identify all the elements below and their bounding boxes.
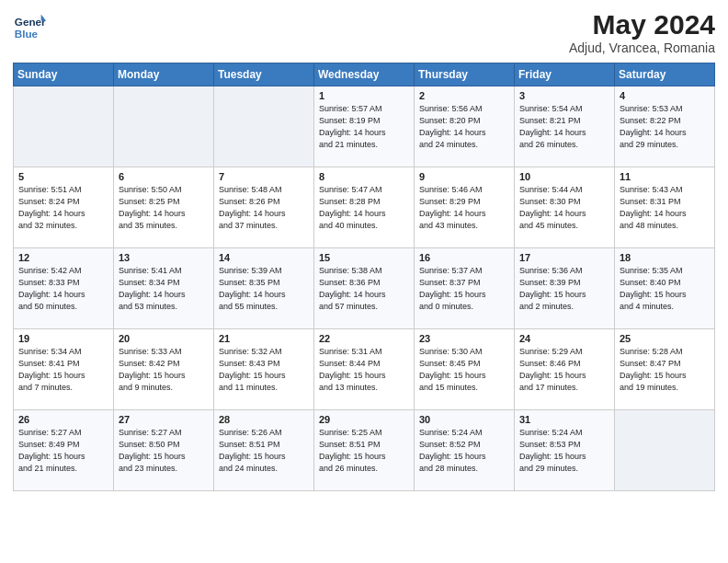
table-row xyxy=(214,86,314,167)
day-number: 29 xyxy=(319,414,409,425)
day-info: Sunrise: 5:41 AM Sunset: 8:34 PM Dayligh… xyxy=(119,265,209,313)
day-info: Sunrise: 5:29 AM Sunset: 8:46 PM Dayligh… xyxy=(519,346,609,394)
day-info: Sunrise: 5:38 AM Sunset: 8:36 PM Dayligh… xyxy=(319,265,409,313)
day-info: Sunrise: 5:26 AM Sunset: 8:51 PM Dayligh… xyxy=(219,427,309,475)
table-row: 13Sunrise: 5:41 AM Sunset: 8:34 PM Dayli… xyxy=(114,248,214,329)
table-row: 17Sunrise: 5:36 AM Sunset: 8:39 PM Dayli… xyxy=(515,248,615,329)
day-info: Sunrise: 5:24 AM Sunset: 8:52 PM Dayligh… xyxy=(419,427,509,475)
table-row: 21Sunrise: 5:32 AM Sunset: 8:43 PM Dayli… xyxy=(214,329,314,410)
day-info: Sunrise: 5:54 AM Sunset: 8:21 PM Dayligh… xyxy=(519,103,609,151)
day-number: 3 xyxy=(519,90,609,101)
day-number: 11 xyxy=(620,171,710,182)
table-row: 24Sunrise: 5:29 AM Sunset: 8:46 PM Dayli… xyxy=(515,329,615,410)
calendar-body: 1Sunrise: 5:57 AM Sunset: 8:19 PM Daylig… xyxy=(14,86,715,491)
day-info: Sunrise: 5:37 AM Sunset: 8:37 PM Dayligh… xyxy=(419,265,509,313)
day-info: Sunrise: 5:42 AM Sunset: 8:33 PM Dayligh… xyxy=(18,265,108,313)
day-number: 4 xyxy=(620,90,710,101)
day-info: Sunrise: 5:34 AM Sunset: 8:41 PM Dayligh… xyxy=(18,346,108,394)
col-wednesday: Wednesday xyxy=(314,63,415,86)
table-row: 29Sunrise: 5:25 AM Sunset: 8:51 PM Dayli… xyxy=(314,410,415,491)
table-row: 3Sunrise: 5:54 AM Sunset: 8:21 PM Daylig… xyxy=(515,86,615,167)
day-number: 15 xyxy=(319,252,409,263)
week-row-3: 19Sunrise: 5:34 AM Sunset: 8:41 PM Dayli… xyxy=(14,329,715,410)
table-row: 4Sunrise: 5:53 AM Sunset: 8:22 PM Daylig… xyxy=(615,86,715,167)
day-number: 26 xyxy=(18,414,108,425)
logo: General Blue xyxy=(13,9,46,42)
col-friday: Friday xyxy=(515,63,615,86)
day-number: 14 xyxy=(219,252,309,263)
location-title: Adjud, Vrancea, Romania xyxy=(569,40,715,55)
table-row xyxy=(114,86,214,167)
table-row: 14Sunrise: 5:39 AM Sunset: 8:35 PM Dayli… xyxy=(214,248,314,329)
month-title: May 2024 xyxy=(569,9,715,40)
day-info: Sunrise: 5:35 AM Sunset: 8:40 PM Dayligh… xyxy=(620,265,710,313)
day-number: 21 xyxy=(219,333,309,344)
calendar-table: Sunday Monday Tuesday Wednesday Thursday… xyxy=(13,63,715,491)
day-number: 25 xyxy=(620,333,710,344)
day-number: 19 xyxy=(18,333,108,344)
day-number: 2 xyxy=(419,90,509,101)
table-row: 15Sunrise: 5:38 AM Sunset: 8:36 PM Dayli… xyxy=(314,248,415,329)
table-row: 25Sunrise: 5:28 AM Sunset: 8:47 PM Dayli… xyxy=(615,329,715,410)
col-sunday: Sunday xyxy=(14,63,114,86)
day-info: Sunrise: 5:44 AM Sunset: 8:30 PM Dayligh… xyxy=(519,184,609,232)
header: General Blue May 2024 Adjud, Vrancea, Ro… xyxy=(13,9,715,55)
day-number: 7 xyxy=(219,171,309,182)
col-tuesday: Tuesday xyxy=(214,63,314,86)
table-row: 23Sunrise: 5:30 AM Sunset: 8:45 PM Dayli… xyxy=(415,329,515,410)
table-row: 16Sunrise: 5:37 AM Sunset: 8:37 PM Dayli… xyxy=(415,248,515,329)
day-number: 27 xyxy=(119,414,209,425)
day-number: 9 xyxy=(419,171,509,182)
header-row: Sunday Monday Tuesday Wednesday Thursday… xyxy=(14,63,715,86)
day-info: Sunrise: 5:51 AM Sunset: 8:24 PM Dayligh… xyxy=(18,184,108,232)
day-info: Sunrise: 5:48 AM Sunset: 8:26 PM Dayligh… xyxy=(219,184,309,232)
day-info: Sunrise: 5:46 AM Sunset: 8:29 PM Dayligh… xyxy=(419,184,509,232)
table-row: 26Sunrise: 5:27 AM Sunset: 8:49 PM Dayli… xyxy=(14,410,114,491)
table-row: 18Sunrise: 5:35 AM Sunset: 8:40 PM Dayli… xyxy=(615,248,715,329)
table-row: 12Sunrise: 5:42 AM Sunset: 8:33 PM Dayli… xyxy=(14,248,114,329)
day-info: Sunrise: 5:43 AM Sunset: 8:31 PM Dayligh… xyxy=(620,184,710,232)
col-monday: Monday xyxy=(114,63,214,86)
table-row: 11Sunrise: 5:43 AM Sunset: 8:31 PM Dayli… xyxy=(615,167,715,248)
week-row-1: 5Sunrise: 5:51 AM Sunset: 8:24 PM Daylig… xyxy=(14,167,715,248)
day-number: 24 xyxy=(519,333,609,344)
table-row xyxy=(14,86,114,167)
day-info: Sunrise: 5:27 AM Sunset: 8:49 PM Dayligh… xyxy=(18,427,108,475)
day-number: 16 xyxy=(419,252,509,263)
table-row xyxy=(615,410,715,491)
table-row: 19Sunrise: 5:34 AM Sunset: 8:41 PM Dayli… xyxy=(14,329,114,410)
col-saturday: Saturday xyxy=(615,63,715,86)
day-number: 6 xyxy=(119,171,209,182)
day-info: Sunrise: 5:36 AM Sunset: 8:39 PM Dayligh… xyxy=(519,265,609,313)
table-row: 9Sunrise: 5:46 AM Sunset: 8:29 PM Daylig… xyxy=(415,167,515,248)
table-row: 20Sunrise: 5:33 AM Sunset: 8:42 PM Dayli… xyxy=(114,329,214,410)
day-info: Sunrise: 5:27 AM Sunset: 8:50 PM Dayligh… xyxy=(119,427,209,475)
day-info: Sunrise: 5:47 AM Sunset: 8:28 PM Dayligh… xyxy=(319,184,409,232)
page: General Blue May 2024 Adjud, Vrancea, Ro… xyxy=(0,0,728,563)
table-row: 28Sunrise: 5:26 AM Sunset: 8:51 PM Dayli… xyxy=(214,410,314,491)
day-info: Sunrise: 5:24 AM Sunset: 8:53 PM Dayligh… xyxy=(519,427,609,475)
day-info: Sunrise: 5:30 AM Sunset: 8:45 PM Dayligh… xyxy=(419,346,509,394)
day-number: 30 xyxy=(419,414,509,425)
day-info: Sunrise: 5:56 AM Sunset: 8:20 PM Dayligh… xyxy=(419,103,509,151)
table-row: 22Sunrise: 5:31 AM Sunset: 8:44 PM Dayli… xyxy=(314,329,415,410)
week-row-4: 26Sunrise: 5:27 AM Sunset: 8:49 PM Dayli… xyxy=(14,410,715,491)
day-info: Sunrise: 5:39 AM Sunset: 8:35 PM Dayligh… xyxy=(219,265,309,313)
day-number: 8 xyxy=(319,171,409,182)
day-number: 5 xyxy=(18,171,108,182)
day-info: Sunrise: 5:57 AM Sunset: 8:19 PM Dayligh… xyxy=(319,103,409,151)
table-row: 2Sunrise: 5:56 AM Sunset: 8:20 PM Daylig… xyxy=(415,86,515,167)
day-number: 22 xyxy=(319,333,409,344)
table-row: 1Sunrise: 5:57 AM Sunset: 8:19 PM Daylig… xyxy=(314,86,415,167)
table-row: 5Sunrise: 5:51 AM Sunset: 8:24 PM Daylig… xyxy=(14,167,114,248)
day-number: 10 xyxy=(519,171,609,182)
day-info: Sunrise: 5:25 AM Sunset: 8:51 PM Dayligh… xyxy=(319,427,409,475)
table-row: 7Sunrise: 5:48 AM Sunset: 8:26 PM Daylig… xyxy=(214,167,314,248)
day-info: Sunrise: 5:31 AM Sunset: 8:44 PM Dayligh… xyxy=(319,346,409,394)
table-row: 30Sunrise: 5:24 AM Sunset: 8:52 PM Dayli… xyxy=(415,410,515,491)
day-number: 1 xyxy=(319,90,409,101)
table-row: 10Sunrise: 5:44 AM Sunset: 8:30 PM Dayli… xyxy=(515,167,615,248)
day-info: Sunrise: 5:33 AM Sunset: 8:42 PM Dayligh… xyxy=(119,346,209,394)
table-row: 31Sunrise: 5:24 AM Sunset: 8:53 PM Dayli… xyxy=(515,410,615,491)
svg-text:Blue: Blue xyxy=(15,28,39,40)
